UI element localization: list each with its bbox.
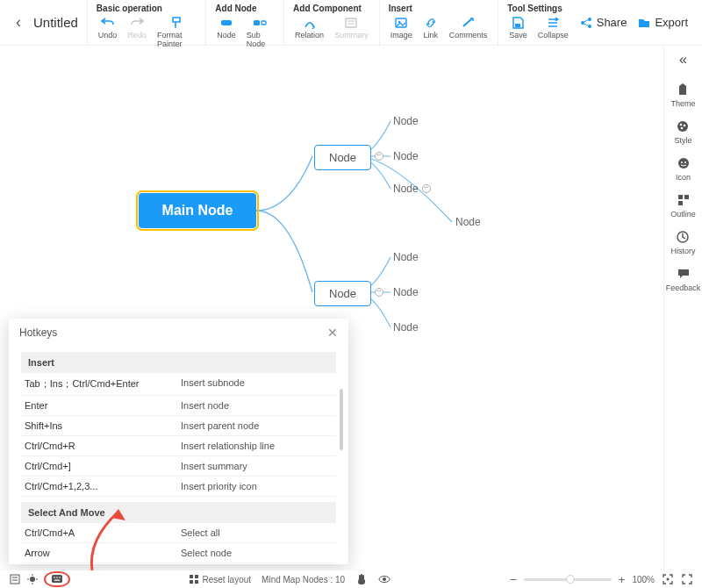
leaf-node[interactable]: Node	[393, 321, 419, 333]
zoom-value: 100%	[632, 575, 655, 584]
svg-rect-1	[254, 20, 260, 25]
comments-button[interactable]: Comments	[446, 14, 491, 40]
node-2[interactable]: Node	[314, 281, 371, 306]
summary-button[interactable]: Summary	[331, 14, 372, 40]
svg-rect-38	[190, 575, 193, 578]
theme-button[interactable]: Theme	[670, 78, 695, 111]
svg-point-10	[588, 18, 591, 21]
leaf-node[interactable]: Node	[393, 115, 419, 127]
outline-button[interactable]: Outline	[670, 189, 696, 222]
icon-button[interactable]: Icon	[676, 152, 691, 185]
svg-rect-37	[54, 580, 60, 581]
add-subnode-button[interactable]: Sub Node	[243, 14, 276, 49]
history-button[interactable]: History	[670, 226, 695, 259]
zoom-out-button[interactable]: −	[510, 572, 517, 586]
svg-point-15	[680, 124, 683, 126]
undo-button[interactable]: Undo	[95, 14, 121, 49]
svg-rect-40	[190, 580, 193, 584]
svg-point-11	[588, 25, 591, 28]
feedback-button[interactable]: Feedback	[666, 262, 701, 296]
svg-line-13	[584, 24, 588, 26]
svg-point-34	[54, 577, 55, 578]
hotkeys-toggle-button[interactable]	[44, 571, 70, 587]
svg-point-17	[681, 127, 684, 130]
svg-point-16	[684, 125, 686, 127]
zoom-slider[interactable]	[524, 578, 612, 581]
top-toolbar: ‹ Untitled Basic operation Undo Redo For…	[0, 0, 702, 46]
svg-point-35	[56, 577, 58, 578]
hotkeys-title: Hotkeys	[19, 326, 57, 339]
group-add-node: Add Node Node Sub Node	[205, 0, 283, 45]
svg-point-20	[684, 161, 686, 163]
svg-rect-21	[678, 195, 683, 199]
collapse-port[interactable]	[375, 152, 383, 161]
svg-rect-22	[684, 195, 689, 199]
group-tool-settings: Tool Settings Save Collapse	[498, 0, 579, 45]
share-button[interactable]: Share	[579, 16, 627, 30]
pan-icon[interactable]	[355, 573, 368, 585]
svg-point-19	[681, 161, 683, 163]
redo-button[interactable]: Redo	[124, 14, 150, 49]
format-painter-button[interactable]: Format Painter	[154, 14, 198, 49]
main-node[interactable]: Main Node	[139, 193, 256, 228]
svg-rect-23	[678, 201, 683, 205]
document-title[interactable]: Untitled	[33, 15, 78, 30]
style-button[interactable]: Style	[674, 115, 691, 148]
group-label: Tool Settings	[505, 2, 572, 14]
nodes-count: Mind Map Nodes : 10	[261, 575, 345, 584]
svg-rect-3	[346, 18, 356, 27]
collapse-port[interactable]	[375, 288, 383, 297]
svg-point-43	[383, 577, 386, 581]
svg-rect-0	[221, 20, 232, 25]
group-label: Insert	[387, 2, 491, 14]
scrollbar[interactable]	[340, 389, 343, 450]
leaf-node[interactable]: Node	[393, 286, 419, 298]
svg-rect-41	[195, 580, 198, 584]
svg-rect-25	[11, 575, 19, 584]
group-label: Add Node	[213, 2, 276, 14]
group-insert: Insert Image Link Comments	[379, 0, 498, 45]
fit-screen-icon[interactable]	[662, 573, 674, 585]
hotkeys-panel: Hotkeys ✕ Insert Tab；Ins；Ctrl/Cmd+EnterI…	[9, 319, 348, 564]
collapse-sidebar-icon[interactable]: «	[679, 52, 687, 75]
save-button[interactable]: Save	[505, 14, 531, 40]
back-icon[interactable]: ‹	[16, 13, 21, 32]
link-button[interactable]: Link	[419, 14, 442, 40]
node-1[interactable]: Node	[314, 145, 371, 170]
image-button[interactable]: Image	[387, 14, 416, 40]
hotkeys-body[interactable]: Insert Tab；Ins；Ctrl/Cmd+EnterInsert subn…	[9, 347, 348, 564]
add-node-button[interactable]: Node	[213, 14, 240, 49]
leaf-node[interactable]: Node	[455, 216, 481, 228]
svg-rect-33	[52, 575, 62, 583]
leaf-node[interactable]: Node	[393, 183, 419, 195]
group-add-component: Add Component Relation Summary	[283, 0, 379, 45]
svg-line-12	[584, 19, 588, 22]
svg-point-36	[59, 577, 61, 578]
close-icon[interactable]: ✕	[327, 326, 338, 340]
relation-button[interactable]: Relation	[291, 14, 327, 40]
fullscreen-icon[interactable]	[681, 573, 693, 585]
collapse-button[interactable]: Collapse	[534, 14, 572, 40]
status-bar: Reset layout Mind Map Nodes : 10 − + 100…	[0, 570, 702, 588]
svg-rect-8	[515, 24, 520, 27]
leaf-node[interactable]: Node	[393, 150, 419, 162]
svg-rect-39	[195, 575, 198, 578]
right-sidebar: « Theme Style Icon Outline History Feedb…	[663, 47, 702, 570]
eye-icon[interactable]	[378, 573, 390, 585]
export-button[interactable]: Export	[637, 16, 688, 30]
zoom-in-button[interactable]: +	[619, 573, 626, 586]
reset-layout-button[interactable]: Reset layout	[189, 574, 251, 584]
brightness-icon[interactable]	[26, 573, 39, 585]
collapse-port[interactable]	[422, 184, 431, 193]
hotkeys-section: Insert	[21, 352, 336, 373]
svg-point-18	[678, 158, 689, 169]
group-basic: Basic operation Undo Redo Format Painter	[87, 0, 205, 45]
svg-point-44	[666, 578, 669, 581]
menu-icon[interactable]	[9, 573, 21, 585]
svg-rect-2	[261, 21, 266, 25]
hotkeys-section: Select And Move	[21, 502, 336, 523]
leaf-node[interactable]: Node	[393, 251, 419, 263]
group-label: Add Component	[291, 2, 372, 14]
group-label: Basic operation	[95, 2, 198, 14]
svg-point-28	[30, 577, 35, 582]
